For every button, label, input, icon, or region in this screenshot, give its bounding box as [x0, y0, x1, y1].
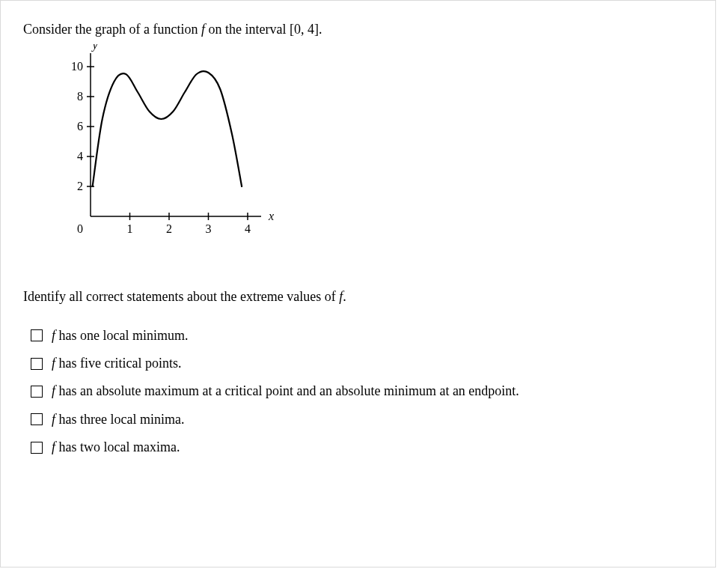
options-list: f has one local minimum.f has five criti…: [31, 327, 715, 457]
svg-text:0: 0: [77, 222, 83, 235]
option-row: f has two local maxima.: [31, 439, 715, 456]
svg-text:3: 3: [206, 222, 212, 235]
scroll-pane[interactable]: Consider the graph of a function f on th…: [0, 0, 716, 568]
option-row: f has three local minima.: [31, 411, 715, 428]
intro-interval: [0, 4]: [290, 22, 319, 37]
option-text: has two local maxima.: [55, 439, 180, 454]
svg-text:y: y: [91, 44, 98, 52]
svg-text:x: x: [268, 210, 274, 222]
svg-text:8: 8: [77, 90, 83, 103]
option-label: f has an absolute maximum at a critical …: [52, 383, 519, 400]
option-row: f has one local minimum.: [31, 327, 715, 344]
option-label: f has three local minima.: [52, 411, 184, 428]
option-text: has five critical points.: [55, 356, 181, 371]
question-content: Consider the graph of a function f on th…: [1, 1, 715, 457]
intro-prefix: Consider the graph of a function: [23, 22, 201, 37]
function-graph: 24681001234yx: [46, 44, 715, 250]
option-text: has one local minimum.: [55, 328, 188, 343]
option-text: has an absolute maximum at a critical po…: [55, 383, 519, 398]
svg-text:4: 4: [245, 222, 251, 235]
option-label: f has five critical points.: [52, 355, 181, 372]
option-text: has three local minima.: [55, 412, 184, 427]
intro-middle: on the interval: [205, 22, 290, 37]
svg-text:6: 6: [77, 120, 83, 133]
option-row: f has an absolute maximum at a critical …: [31, 383, 715, 400]
option-checkbox[interactable]: [31, 442, 43, 454]
svg-text:2: 2: [166, 222, 172, 235]
prompt-suffix: .: [343, 289, 346, 304]
graph-svg: 24681001234yx: [46, 44, 285, 246]
intro-paragraph: Consider the graph of a function f on th…: [23, 20, 715, 38]
svg-text:1: 1: [127, 222, 133, 235]
option-checkbox[interactable]: [31, 358, 43, 370]
option-checkbox[interactable]: [31, 329, 43, 341]
option-row: f has five critical points.: [31, 355, 715, 372]
prompt-paragraph: Identify all correct statements about th…: [23, 287, 715, 305]
option-label: f has two local maxima.: [52, 439, 180, 456]
svg-text:10: 10: [71, 60, 83, 73]
svg-text:4: 4: [77, 150, 83, 162]
option-checkbox[interactable]: [31, 413, 43, 425]
intro-suffix: .: [319, 22, 322, 37]
option-checkbox[interactable]: [31, 386, 43, 398]
prompt-prefix: Identify all correct statements about th…: [23, 289, 339, 304]
option-label: f has one local minimum.: [52, 327, 188, 344]
svg-text:2: 2: [77, 180, 83, 192]
